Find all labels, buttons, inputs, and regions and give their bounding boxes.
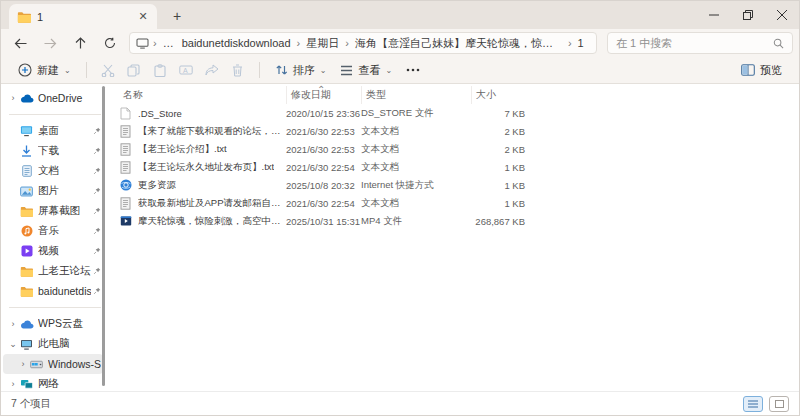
sidebar-item-windows-ssd[interactable]: › Windows-SSD — [3, 354, 103, 374]
back-button[interactable] — [7, 31, 33, 55]
sidebar-item-pictures[interactable]: 图片 — [3, 181, 103, 201]
blank-file-icon — [119, 107, 132, 120]
toolbar-separator — [86, 62, 87, 78]
file-type: Internet 快捷方式 — [361, 179, 471, 192]
breadcrumb-ellipsis[interactable]: … — [159, 37, 178, 49]
view-button-label: 查看 — [358, 63, 380, 78]
text-file-icon — [119, 143, 132, 156]
sidebar-item-network[interactable]: › 网络 — [3, 374, 103, 394]
sidebar-item-this-pc[interactable]: ⌄ 此电脑 — [3, 334, 103, 354]
desktop-icon — [19, 124, 34, 138]
sidebar-item-laowang-folder[interactable]: 上老王论坛当 — [3, 261, 103, 281]
music-icon — [19, 224, 34, 238]
file-date: 2021/6/30 22:53 — [286, 144, 361, 155]
preview-button[interactable]: 预览 — [734, 60, 789, 81]
sidebar-separator — [9, 114, 101, 115]
rename-button[interactable]: A — [173, 60, 199, 80]
sidebar-item-onedrive[interactable]: › OneDrive — [3, 88, 103, 108]
sidebar-item-desktop[interactable]: 桌面 — [3, 121, 103, 141]
new-tab-button[interactable]: + — [165, 5, 189, 27]
sidebar-item-screenshots[interactable]: 屏幕截图 — [3, 201, 103, 221]
pin-icon — [93, 267, 101, 275]
cut-button[interactable] — [95, 60, 121, 80]
column-header-name[interactable]: 名称 — [119, 86, 286, 104]
file-name: 更多资源 — [138, 179, 176, 192]
tab-close-icon[interactable]: ✕ — [135, 9, 151, 25]
this-pc-icon — [136, 38, 149, 49]
refresh-button[interactable] — [97, 31, 123, 55]
paste-button[interactable] — [147, 60, 173, 80]
file-name: 摩天轮惊魂，惊险刺激，高空中给大家交作业啦... — [138, 215, 286, 228]
sidebar-item-label: Windows-SSD — [48, 358, 101, 370]
chevron-right-icon: › — [17, 359, 29, 369]
sidebar-item-label: WPS云盘 — [38, 317, 101, 331]
breadcrumb-item[interactable]: 星期日 — [302, 36, 343, 51]
file-size: 1 KB — [471, 198, 529, 209]
close-button[interactable] — [765, 1, 799, 29]
pin-icon — [93, 127, 101, 135]
view-button[interactable]: 查看 ⌄ — [333, 60, 399, 81]
sidebar-separator — [9, 307, 101, 308]
file-name: 【老王论坛介绍】.txt — [138, 143, 227, 156]
file-date: 2021/6/30 22:54 — [286, 162, 361, 173]
share-button[interactable] — [199, 60, 225, 80]
sidebar-item-label: 下载 — [38, 144, 91, 158]
breadcrumb-item[interactable]: baidunetdiskdownload — [178, 37, 295, 49]
minimize-button[interactable] — [697, 1, 731, 29]
sidebar-item-documents[interactable]: 文档 — [3, 161, 103, 181]
chevron-down-icon: ⌄ — [385, 66, 392, 75]
file-type: 文本文档 — [361, 125, 471, 138]
sidebar-item-videos[interactable]: 视频 — [3, 241, 103, 261]
sidebar-item-baidunetdisk-folder[interactable]: baidunetdisl — [3, 281, 103, 301]
sidebar-scrollbar[interactable] — [102, 86, 105, 386]
chevron-right-icon: › — [7, 93, 19, 103]
forward-button[interactable] — [37, 31, 63, 55]
pictures-icon — [19, 184, 34, 198]
address-bar[interactable]: › … baidunetdiskdownload › 星期日 › 海角【意淫自己… — [129, 32, 597, 54]
file-row[interactable]: 摩天轮惊魂，惊险刺激，高空中给大家交作业啦... 2025/10/31 15:3… — [119, 212, 799, 230]
explorer-tab[interactable]: 1 ✕ — [9, 4, 157, 29]
view-icon — [340, 65, 353, 76]
sidebar-item-downloads[interactable]: 下载 — [3, 141, 103, 161]
pin-icon — [93, 227, 101, 235]
details-view-button[interactable] — [743, 396, 763, 412]
file-type: DS_STORE 文件 — [361, 107, 471, 120]
file-row[interactable]: .DS_Store 2020/10/15 23:36 DS_STORE 文件 7… — [119, 104, 799, 122]
sidebar-item-music[interactable]: 音乐 — [3, 221, 103, 241]
sort-button[interactable]: 排序 ⌄ — [268, 60, 334, 81]
breadcrumb-item-current[interactable]: 1 — [574, 37, 588, 49]
file-list-pane: ⌃ 名称 修改日期 类型 大小 .DS_Store 2020/10/15 23:… — [109, 84, 799, 391]
video-file-icon — [119, 215, 132, 228]
file-row[interactable]: 更多资源 2025/10/8 20:32 Internet 快捷方式 1 KB — [119, 176, 799, 194]
file-row[interactable]: 【老王论坛永久地址发布页】.txt 2021/6/30 22:54 文本文档 1… — [119, 158, 799, 176]
search-box[interactable] — [607, 32, 793, 54]
large-icons-view-button[interactable] — [769, 396, 789, 412]
breadcrumb-item[interactable]: 海角【意淫自己妹妹】摩天轮惊魂，惊险刺激 — [351, 36, 566, 51]
file-size: 268,867 KB — [471, 216, 529, 227]
column-header-size[interactable]: 大小 — [471, 86, 529, 104]
file-row[interactable]: 【来了就能下载和观看的论坛，纯免费！】.txt 2021/6/30 22:53 … — [119, 122, 799, 140]
chevron-right-icon: › — [7, 379, 19, 389]
new-button[interactable]: 新建 ⌄ — [11, 60, 78, 81]
tab-bar: 1 ✕ + — [1, 1, 799, 29]
maximize-button[interactable] — [731, 1, 765, 29]
file-row[interactable]: 获取最新地址及APP请发邮箱自动获取.txt 2021/6/30 22:54 文… — [119, 194, 799, 212]
onedrive-cloud-icon — [19, 91, 34, 105]
up-button[interactable] — [67, 31, 93, 55]
sidebar-item-label: 文档 — [38, 164, 91, 178]
sidebar-item-label: OneDrive — [38, 92, 101, 104]
file-size: 1 KB — [471, 162, 529, 173]
pin-icon — [93, 207, 101, 215]
sidebar-item-wps-cloud[interactable]: › WPS云盘 — [3, 314, 103, 334]
file-date: 2021/6/30 22:54 — [286, 198, 361, 209]
copy-button[interactable] — [121, 60, 147, 80]
delete-button[interactable] — [225, 60, 251, 80]
file-date: 2025/10/8 20:32 — [286, 180, 361, 191]
column-header-date[interactable]: 修改日期 — [286, 86, 361, 104]
more-options-button[interactable] — [399, 65, 427, 75]
file-type: MP4 文件 — [361, 215, 471, 228]
file-row[interactable]: 【老王论坛介绍】.txt 2021/6/30 22:53 文本文档 2 KB — [119, 140, 799, 158]
svg-text:A: A — [183, 67, 188, 74]
search-input[interactable] — [616, 37, 773, 49]
column-header-type[interactable]: 类型 — [361, 86, 471, 104]
